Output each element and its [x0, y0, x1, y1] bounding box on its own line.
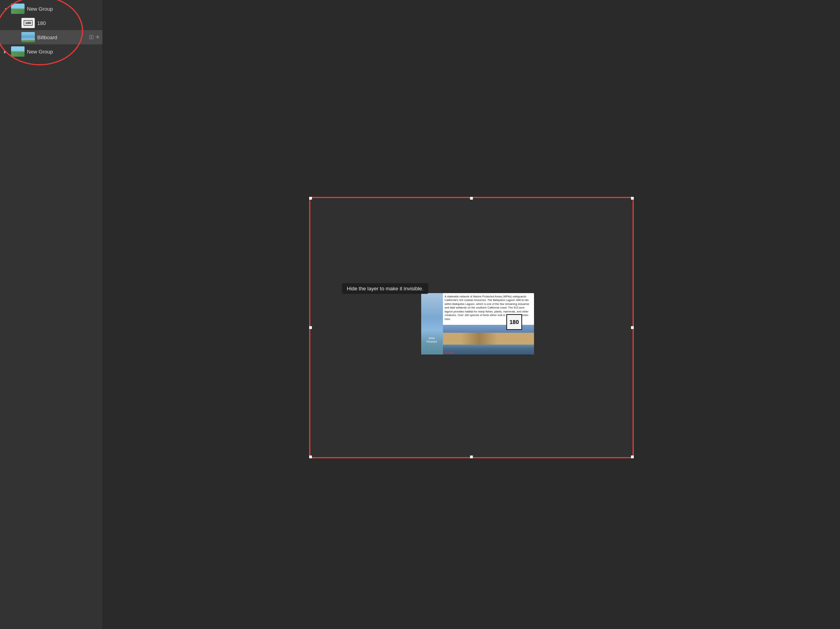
billboard-footer: Los Area [445, 351, 454, 354]
eye-icon[interactable]: 👁 [95, 34, 100, 40]
handle-br[interactable] [631, 456, 634, 458]
tooltip: Hide the layer to make it invisible. [342, 283, 428, 294]
badge180-thumb: 180 [21, 18, 35, 28]
handle-mr[interactable] [631, 326, 634, 329]
sidebar: ▾ New Group 180 180 Billboard ⚿ 👁 ▶ [0, 0, 103, 629]
group2-thumb [11, 46, 25, 57]
group1-name: New Group [27, 6, 100, 12]
tooltip-text: Hide the layer to make it invisible. [347, 286, 424, 292]
expand-arrow-group1[interactable]: ▾ [2, 6, 9, 12]
canvas-selection: Hide the layer to make it invisible. Are… [309, 197, 634, 458]
handle-tr[interactable] [631, 197, 634, 200]
badge180-name: 180 [37, 20, 100, 26]
layer-group-2[interactable]: ▶ New Group [0, 44, 103, 59]
canvas-area[interactable]: Hide the layer to make it invisible. Are… [103, 0, 840, 629]
billboard-area-label: AreaPictured [423, 337, 441, 343]
layer-badge-180[interactable]: 180 180 [0, 16, 103, 30]
group1-thumb [11, 4, 25, 14]
billboard-right-panel: A statewide network of Marine Protected … [443, 293, 534, 355]
expand-arrow-group2[interactable]: ▶ [2, 48, 9, 55]
group2-name: New Group [27, 49, 100, 55]
billboard-name: Billboard [37, 34, 87, 40]
billboard-badge: 180 [506, 314, 522, 330]
handle-ml[interactable] [309, 326, 312, 329]
lock-icon: ⚿ [89, 34, 94, 40]
billboard-thumb [21, 32, 35, 42]
handle-tl[interactable] [309, 197, 312, 200]
billboard-icons: ⚿ 👁 [89, 34, 100, 40]
handle-tc[interactable] [470, 197, 473, 200]
billboard-left-panel: AreaPictured 📍 [421, 293, 443, 355]
badge180-value: 180 [24, 20, 32, 26]
billboard-card: AreaPictured 📍 A statewide network of Ma… [421, 293, 534, 355]
billboard-badge-value: 180 [509, 319, 519, 325]
handle-bl[interactable] [309, 456, 312, 458]
layer-billboard[interactable]: Billboard ⚿ 👁 [0, 30, 103, 44]
layer-group-1[interactable]: ▾ New Group [0, 2, 103, 16]
layers-panel: ▾ New Group 180 180 Billboard ⚿ 👁 ▶ [0, 0, 103, 629]
billboard-area-sublabel: 📍 [423, 345, 441, 347]
handle-bc[interactable] [470, 456, 473, 458]
